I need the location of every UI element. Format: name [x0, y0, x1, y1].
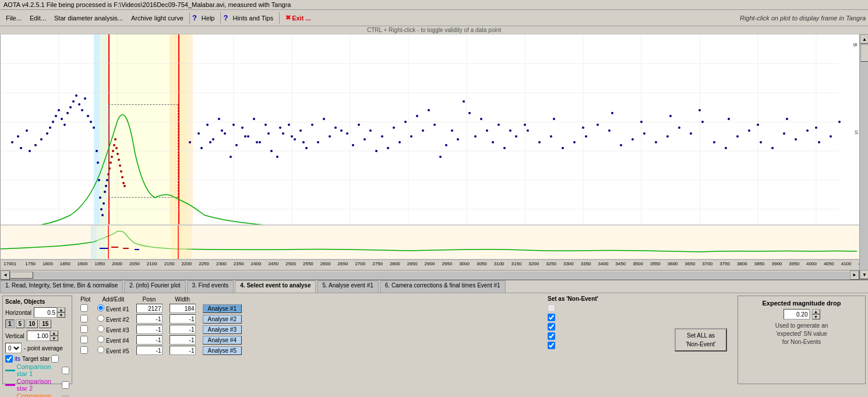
svg-point-87: [398, 141, 401, 143]
overview-strip[interactable]: [1, 224, 859, 259]
event-row-1: Event #1 Analyse #1: [77, 303, 245, 314]
v-scroll-down-btn[interactable]: ▼: [860, 270, 868, 279]
horizontal-input[interactable]: 0.5: [34, 307, 57, 318]
analyse2-btn[interactable]: Analyse #2: [203, 315, 242, 324]
point-avg-select[interactable]: 01235: [5, 343, 22, 353]
horizontal-spinner[interactable]: 0.5 ▲ ▼: [34, 307, 65, 318]
v-scrollbar[interactable]: ▲ ▼: [859, 34, 868, 279]
comp-star2-color: [5, 384, 15, 386]
svg-point-92: [457, 138, 459, 140]
scale-btn-5[interactable]: 5: [16, 319, 25, 328]
magnitude-input[interactable]: [784, 309, 810, 319]
event4-width-input[interactable]: [170, 335, 196, 345]
svg-point-141: [393, 127, 395, 129]
vertical-spinner[interactable]: 1.00 ▲ ▼: [27, 331, 58, 341]
svg-point-93: [468, 112, 471, 114]
svg-point-81: [329, 135, 331, 138]
event4-plot-checkbox[interactable]: [80, 336, 88, 343]
event3-radio[interactable]: [97, 325, 104, 332]
tab-5[interactable]: 5. Analyse event #1: [317, 280, 378, 293]
tab-4[interactable]: 4. Select event to analyse: [235, 280, 316, 293]
analyse1-btn[interactable]: Analyse #1: [203, 304, 242, 313]
target-star-checkbox[interactable]: [51, 355, 59, 363]
horizontal-up-btn[interactable]: ▲: [57, 307, 65, 312]
bottom-panel: 1. Read, Integrity, Set time, Bin & norm…: [0, 279, 868, 387]
show-its-checkbox[interactable]: [5, 355, 13, 363]
set-all-area: Set ALL as'Non-Event': [669, 296, 733, 384]
tab-2[interactable]: 2. (info) Fourier plot: [124, 280, 185, 293]
file-menu[interactable]: File...: [2, 13, 25, 23]
analyse4-btn[interactable]: Analyse #4: [203, 336, 242, 345]
event1-width-input[interactable]: [170, 304, 196, 313]
event1-posn-input[interactable]: [136, 304, 163, 313]
info-text: CTRL + Right-click - to toggle validity …: [367, 27, 501, 33]
comp-star2-checkbox[interactable]: [62, 381, 69, 389]
exit-button[interactable]: ✖ Exit ...: [282, 13, 314, 23]
non-event2-checkbox[interactable]: [548, 314, 555, 321]
analyse3-btn[interactable]: Analyse #3: [203, 325, 242, 334]
edit-menu[interactable]: Edit...: [26, 13, 50, 23]
vertical-input[interactable]: 1.00: [27, 331, 50, 341]
event5-posn-input[interactable]: [136, 346, 163, 355]
event2-plot-checkbox[interactable]: [80, 315, 88, 322]
non-event3-checkbox[interactable]: [548, 323, 555, 331]
plot-container[interactable]: B S: [1, 34, 859, 224]
svg-point-90: [433, 124, 436, 126]
vertical-down-btn[interactable]: ▼: [50, 336, 58, 341]
svg-point-127: [230, 156, 232, 158]
analyse5-btn[interactable]: Analyse #5: [203, 346, 242, 355]
event5-width-input[interactable]: [170, 346, 196, 355]
horizontal-down-btn[interactable]: ▼: [57, 312, 65, 318]
event5-plot-checkbox[interactable]: [80, 346, 88, 354]
event3-posn-input[interactable]: [136, 325, 163, 334]
non-event4-checkbox[interactable]: [548, 332, 555, 340]
magnitude-up-btn[interactable]: ▲: [812, 309, 820, 314]
svg-point-98: [527, 129, 529, 132]
event1-radio[interactable]: [97, 304, 104, 311]
h-scrollbar[interactable]: ◄ ►: [1, 270, 859, 279]
h-scroll-thumb[interactable]: [10, 272, 33, 279]
event4-radio[interactable]: [97, 336, 104, 343]
svg-point-126: [218, 118, 220, 120]
svg-point-119: [771, 147, 774, 149]
event1-plot-checkbox[interactable]: [80, 304, 88, 312]
event3-plot-checkbox[interactable]: [80, 325, 88, 333]
archive-menu[interactable]: Archive light curve: [128, 13, 187, 23]
tab-1[interactable]: 1. Read, Integrity, Set time, Bin & norm…: [0, 280, 123, 293]
h-scroll-right-btn[interactable]: ►: [850, 270, 859, 280]
hints-menu[interactable]: Hints and Tips: [229, 13, 277, 23]
h-scroll-left-btn[interactable]: ◄: [1, 270, 10, 280]
magnitude-down-btn[interactable]: ▼: [812, 314, 820, 319]
event4-posn-input[interactable]: [136, 335, 163, 345]
star-diameter-menu[interactable]: Star diameter analysis...: [51, 13, 126, 23]
v-scroll-up-btn[interactable]: ▲: [860, 34, 868, 44]
v-scroll-thumb[interactable]: [860, 44, 868, 62]
event2-posn-input[interactable]: [136, 314, 163, 324]
tab-3[interactable]: 3. Find events: [187, 280, 234, 293]
comp-star1-checkbox[interactable]: [62, 367, 69, 374]
event2-width-input[interactable]: [170, 314, 196, 324]
scale-btn-15[interactable]: 15: [39, 319, 51, 328]
scale-btn-1[interactable]: 1: [5, 319, 15, 328]
event2-radio[interactable]: [97, 315, 104, 322]
tab-6[interactable]: 6. Camera corrections & final times Even…: [380, 280, 506, 293]
svg-point-128: [241, 127, 244, 129]
non-event5-checkbox[interactable]: [548, 342, 555, 349]
svg-point-79: [305, 147, 308, 149]
help-menu[interactable]: Help: [198, 13, 218, 23]
event-row-2: Event #2 Analyse #2: [77, 314, 245, 324]
scale-btn-10[interactable]: 10: [26, 319, 38, 328]
event3-width-input[interactable]: [170, 325, 196, 334]
vertical-up-btn[interactable]: ▲: [50, 331, 58, 336]
svg-point-22: [29, 150, 31, 152]
s-axis-label: S: [855, 129, 858, 135]
event5-radio[interactable]: [97, 346, 104, 353]
svg-point-46: [98, 179, 100, 181]
event-table: Plot Add/Edit Posn Width Event #1 Analys…: [77, 296, 245, 356]
svg-point-137: [346, 132, 348, 135]
svg-point-145: [439, 156, 442, 158]
svg-point-129: [253, 118, 255, 120]
svg-point-111: [678, 127, 680, 129]
non-event1-checkbox[interactable]: [548, 304, 555, 312]
set-all-btn[interactable]: Set ALL as'Non-Event': [675, 328, 727, 352]
